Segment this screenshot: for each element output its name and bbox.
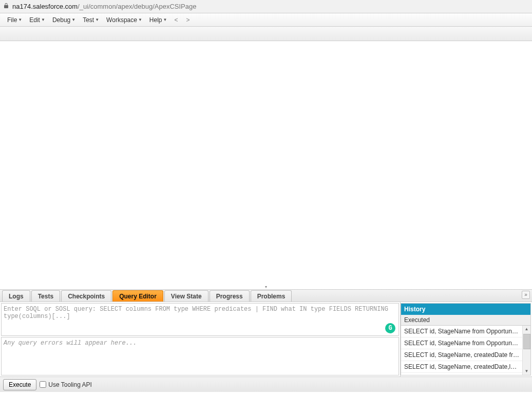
tab-tests[interactable]: Tests	[31, 290, 60, 302]
tab-logs[interactable]: Logs	[2, 290, 30, 302]
tooling-api-checkbox-wrap[interactable]: Use Tooling API	[40, 381, 92, 388]
menu-bar: File▼ Edit▼ Debug▼ Test▼ Workspace▼ Help…	[0, 13, 532, 27]
nav-back[interactable]: <	[170, 15, 182, 25]
browser-address-bar: na174.salesforce.com/_ui/common/apex/deb…	[0, 0, 532, 13]
menu-file[interactable]: File▼	[3, 15, 25, 25]
execute-button[interactable]: Execute	[3, 379, 36, 390]
chevron-down-icon: ▼	[71, 17, 75, 22]
chevron-down-icon: ▼	[18, 17, 22, 22]
history-item[interactable]: SELECT id, StageName,lastModifiedDate fr…	[401, 373, 522, 375]
tab-query-editor[interactable]: Query Editor	[112, 290, 163, 302]
expand-panel-icon[interactable]: »	[522, 291, 530, 299]
menu-workspace[interactable]: Workspace▼	[102, 15, 145, 25]
lock-icon	[3, 3, 9, 10]
tab-view-state[interactable]: View State	[164, 290, 208, 302]
chevron-down-icon: ▼	[41, 17, 45, 22]
history-item[interactable]: SELECT id, StageName from Opportunity W.…	[401, 337, 522, 349]
splitter-handle-icon[interactable]: ▾	[258, 285, 274, 290]
tooling-api-checkbox[interactable]	[40, 381, 46, 388]
query-left-column: Enter SOQL or SOSL query: SELECT columns…	[0, 302, 401, 377]
tab-checkpoints[interactable]: Checkpoints	[61, 290, 111, 302]
query-error-output: Any query errors will appear here...	[1, 337, 399, 375]
chevron-down-icon: ▼	[138, 17, 142, 22]
bottom-tab-strip: Logs Tests Checkpoints Query Editor View…	[0, 290, 532, 302]
error-placeholder-text: Any query errors will appear here...	[4, 340, 137, 347]
soql-input[interactable]: Enter SOQL or SOSL query: SELECT columns…	[1, 303, 399, 336]
url-domain: na174.salesforce.com	[12, 3, 78, 10]
menu-help[interactable]: Help▼	[145, 15, 170, 25]
history-subtitle: Executed	[401, 315, 530, 326]
execute-bar: Execute Use Tooling API	[0, 377, 532, 392]
scroll-thumb[interactable]	[523, 334, 530, 349]
history-item[interactable]: SELECT id, StageName, createdDate from O…	[401, 349, 522, 361]
toolbar-spacer	[0, 27, 532, 41]
chevron-down-icon: ▼	[163, 17, 167, 22]
code-editor-area[interactable]: ▾	[0, 41, 532, 290]
history-item[interactable]: SELECT id, StageName from Opportunity W.…	[401, 326, 522, 337]
history-scrollbar[interactable]: ▲ ▼	[522, 326, 530, 375]
soql-placeholder-text: Enter SOQL or SOSL query: SELECT columns…	[4, 306, 388, 320]
menu-debug[interactable]: Debug▼	[48, 15, 79, 25]
menu-test[interactable]: Test▼	[79, 15, 102, 25]
chevron-down-icon: ▼	[95, 17, 99, 22]
grammarly-icon[interactable]: G	[385, 323, 395, 333]
tab-problems[interactable]: Problems	[251, 290, 292, 302]
history-item[interactable]: SELECT id, StageName, createdDate,lastMo…	[401, 361, 522, 373]
history-title: History	[401, 304, 530, 315]
history-panel: History Executed SELECT id, StageName fr…	[401, 303, 531, 375]
tab-progress[interactable]: Progress	[210, 290, 250, 302]
bottom-panel: Logs Tests Checkpoints Query Editor View…	[0, 290, 532, 392]
scroll-down-icon[interactable]: ▼	[523, 368, 530, 375]
scroll-up-icon[interactable]: ▲	[523, 326, 530, 333]
history-list: SELECT id, StageName from Opportunity W.…	[401, 326, 530, 375]
url-path: /_ui/common/apex/debug/ApexCSIPage	[78, 3, 196, 10]
nav-forward[interactable]: >	[182, 15, 194, 25]
query-editor-area: Enter SOQL or SOSL query: SELECT columns…	[0, 302, 532, 377]
menu-edit[interactable]: Edit▼	[25, 15, 48, 25]
tooling-api-label: Use Tooling API	[48, 381, 92, 388]
